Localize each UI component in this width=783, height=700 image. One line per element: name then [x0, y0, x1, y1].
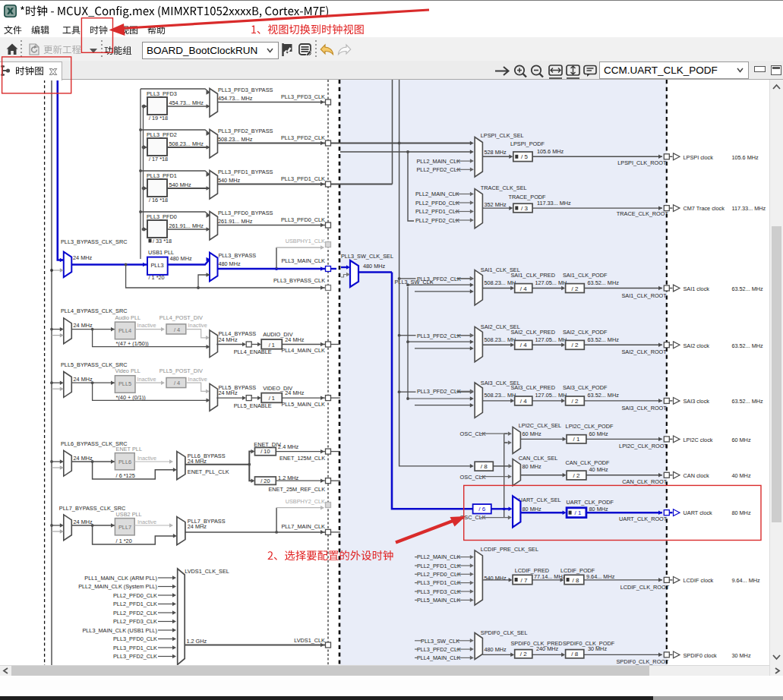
- svg-text:/ 1: / 1: [269, 342, 275, 348]
- svg-text:PLL2_MAIN_CLK: PLL2_MAIN_CLK: [415, 191, 459, 197]
- svg-text:24 MHz: 24 MHz: [218, 389, 237, 396]
- svg-text:24 MHz: 24 MHz: [285, 389, 304, 396]
- svg-text:/ 4: / 4: [174, 380, 180, 386]
- svg-text:CAN_CLK_PODF: CAN_CLK_PODF: [566, 459, 611, 466]
- svg-text:/ 2: / 2: [572, 342, 579, 348]
- svg-text:63.52... MHz: 63.52... MHz: [588, 336, 620, 343]
- svg-text:TRACE_CLK_SEL: TRACE_CLK_SEL: [481, 184, 527, 191]
- svg-text:/ 2: / 2: [572, 398, 579, 405]
- svg-text:480 MHz: 480 MHz: [169, 255, 192, 262]
- svg-text:UART_CLK_ROOT: UART_CLK_ROOT: [619, 516, 668, 522]
- svg-text:/ 8: / 8: [481, 463, 488, 470]
- svg-text:127.05... MH: 127.05... MH: [535, 336, 567, 343]
- svg-text:24 MHz: 24 MHz: [74, 322, 93, 329]
- svg-text:SAI3_CLK_ROOT: SAI3_CLK_ROOT: [622, 405, 668, 411]
- svg-text:PLL2_PFD2_CLK: PLL2_PFD2_CLK: [113, 610, 157, 616]
- svg-text:/ 1 *20: / 1 *20: [116, 538, 132, 544]
- svg-text:TRACE_CLK_ROOT: TRACE_CLK_ROOT: [617, 210, 669, 217]
- svg-text:240 MHz: 240 MHz: [536, 645, 559, 652]
- svg-text:Inactive: Inactive: [188, 376, 207, 383]
- svg-text:PLL4_MAIN_CLK: PLL4_MAIN_CLK: [281, 347, 325, 354]
- svg-text:117.33... MHz: 117.33... MHz: [537, 200, 571, 207]
- svg-text:PLL3_PFD3_CLK: PLL3_PFD3_CLK: [281, 93, 325, 100]
- svg-text:/ 8: / 8: [573, 577, 579, 584]
- svg-text:60 MHz: 60 MHz: [731, 437, 750, 443]
- svg-text:40 MHz: 40 MHz: [731, 472, 750, 479]
- svg-text:24 MHz: 24 MHz: [73, 254, 92, 261]
- svg-text:SAI1 clock: SAI1 clock: [684, 285, 710, 292]
- svg-text:105.6 MHz: 105.6 MHz: [537, 148, 564, 155]
- svg-text:LCDIF_PODF: LCDIF_PODF: [560, 567, 595, 574]
- svg-text:SAI2_CLK_PRED: SAI2_CLK_PRED: [511, 329, 555, 336]
- svg-text:/ 20: / 20: [260, 478, 270, 484]
- svg-text:508.23... MH: 508.23... MH: [485, 392, 516, 399]
- svg-text:PLL3: PLL3: [151, 262, 164, 269]
- svg-text:PLL5_POST_DIV: PLL5_POST_DIV: [159, 367, 203, 374]
- svg-text:SAI2_CLK_ROOT: SAI2_CLK_ROOT: [622, 348, 668, 355]
- svg-text:LPI2C clock: LPI2C clock: [684, 437, 713, 443]
- svg-text:PLL7: PLL7: [118, 524, 131, 531]
- svg-text:24 MHz: 24 MHz: [74, 376, 93, 383]
- svg-text:PLL2_PFD0_CLK: PLL2_PFD0_CLK: [113, 592, 157, 599]
- svg-text:PLL3_PFD1_BYPASS: PLL3_PFD1_BYPASS: [218, 169, 273, 175]
- svg-text:24 MHz: 24 MHz: [74, 455, 93, 462]
- svg-text:24 MHz: 24 MHz: [188, 458, 207, 465]
- svg-text:PLL3_PFD2_CLK: PLL3_PFD2_CLK: [417, 388, 461, 395]
- svg-text:USB2 PLL: USB2 PLL: [116, 511, 142, 518]
- svg-text:CAN_CLK_ROOT: CAN_CLK_ROOT: [622, 478, 667, 485]
- svg-text:CAN_CLK_SEL: CAN_CLK_SEL: [519, 455, 558, 462]
- svg-text:PLL4_MAIN_CLK: PLL4_MAIN_CLK: [417, 654, 461, 661]
- svg-text:PLL2_PFD1_CLK: PLL2_PFD1_CLK: [417, 563, 461, 569]
- svg-text:PLL7_MAIN_CLK: PLL7_MAIN_CLK: [281, 523, 325, 530]
- svg-text:PLL4_POST_DIV: PLL4_POST_DIV: [159, 314, 203, 321]
- svg-text:PLL3_PFD3_CLK: PLL3_PFD3_CLK: [417, 588, 461, 595]
- svg-text:LVDS1_CLK: LVDS1_CLK: [294, 637, 325, 644]
- svg-text:63.52... MHz: 63.52... MHz: [731, 398, 763, 405]
- svg-text:SAI1_CLK_ROOT: SAI1_CLK_ROOT: [622, 292, 668, 299]
- svg-text:Video PLL: Video PLL: [115, 367, 140, 374]
- svg-text:PLL3_SW_CLK_SEL: PLL3_SW_CLK_SEL: [341, 253, 393, 260]
- svg-text:/ 3: / 3: [521, 205, 528, 212]
- svg-text:PLL2_PFD2_CLK: PLL2_PFD2_CLK: [417, 166, 461, 173]
- svg-text:UART clock: UART clock: [684, 509, 713, 516]
- svg-text:/ 2: / 2: [573, 472, 580, 479]
- svg-text:1.2 GHz: 1.2 GHz: [186, 638, 207, 645]
- svg-text:PLL3_PFD2_BYPASS: PLL3_PFD2_BYPASS: [218, 128, 273, 134]
- svg-text:SPDIF0_CLK_SEL: SPDIF0_CLK_SEL: [481, 629, 528, 636]
- svg-text:80 MHz: 80 MHz: [523, 463, 541, 470]
- svg-text:SAI2 clock: SAI2 clock: [684, 342, 710, 349]
- svg-text:ENET_125M_CLK: ENET_125M_CLK: [279, 455, 325, 462]
- svg-text:30 MHz: 30 MHz: [731, 652, 750, 659]
- svg-text:Inactive: Inactive: [137, 455, 156, 462]
- svg-text:PLL3_PFD0_BYPASS: PLL3_PFD0_BYPASS: [218, 210, 273, 216]
- svg-text:60 MHz: 60 MHz: [589, 430, 608, 437]
- svg-text:PLL3_PFD3_BYPASS: PLL3_PFD3_BYPASS: [218, 87, 273, 93]
- svg-text:PLL2_PFD0_CLK: PLL2_PFD0_CLK: [417, 571, 461, 578]
- svg-text:/ 2: / 2: [572, 285, 579, 292]
- svg-text:/ 1 *20: / 1 *20: [149, 274, 165, 281]
- svg-text:PLL2_PFD3_CLK: PLL2_PFD3_CLK: [113, 618, 157, 625]
- svg-text:LCDIF clock: LCDIF clock: [684, 577, 714, 584]
- svg-text:PLL3_PFD1: PLL3_PFD1: [147, 172, 177, 179]
- svg-text:LPSPI_CLK_ROOT: LPSPI_CLK_ROOT: [617, 159, 667, 166]
- svg-text:2.4 MHz: 2.4 MHz: [278, 443, 299, 450]
- svg-text:PLL5_MAIN_CLK: PLL5_MAIN_CLK: [417, 597, 461, 604]
- svg-text:/ 17 *18: / 17 *18: [149, 156, 168, 162]
- svg-text:261.91... MHz: 261.91... MHz: [169, 222, 204, 229]
- svg-text:/ 10: / 10: [260, 448, 270, 455]
- svg-text:/ 4: / 4: [520, 398, 527, 405]
- svg-text:CM7 Trace clock: CM7 Trace clock: [684, 205, 725, 212]
- svg-text:24 MHz: 24 MHz: [218, 336, 237, 343]
- svg-text:508.23... MHz: 508.23... MHz: [218, 136, 253, 143]
- svg-text:PLL3_PFD1_CLK: PLL3_PFD1_CLK: [113, 645, 157, 651]
- svg-text:SAI3 clock: SAI3 clock: [684, 398, 710, 405]
- svg-text:30 MHz: 30 MHz: [588, 645, 607, 652]
- svg-text:PLL3_MAIN_CLK (USB1 PLL): PLL3_MAIN_CLK (USB1 PLL): [82, 627, 157, 634]
- svg-text:352 MHz: 352 MHz: [485, 201, 507, 208]
- svg-text:454.73... MHz: 454.73... MHz: [218, 95, 253, 102]
- svg-text:/ 33 *18: / 33 *18: [153, 238, 172, 244]
- svg-text:/ 4: / 4: [520, 342, 527, 348]
- svg-text:508.23... MHz: 508.23... MHz: [169, 140, 204, 147]
- svg-text:Inactive: Inactive: [137, 519, 156, 525]
- svg-text:LPSPI_CLK_SEL: LPSPI_CLK_SEL: [481, 132, 524, 139]
